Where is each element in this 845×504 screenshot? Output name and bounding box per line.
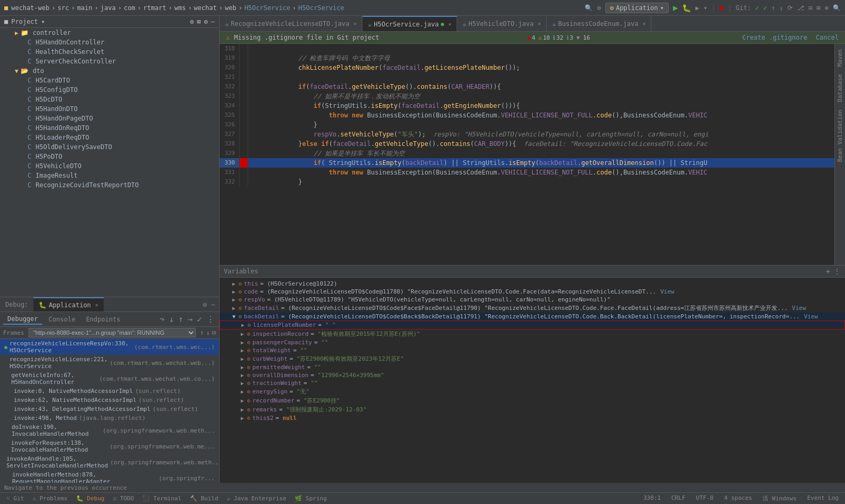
spring-status[interactable]: 🌿 Spring <box>293 495 329 502</box>
tree-item-h5handonpagedto[interactable]: C H5HandOnPageDTO <box>0 114 219 123</box>
tree-expand-icon[interactable]: ⊞ <box>197 18 201 25</box>
git-check-icon[interactable]: ✓ <box>755 4 759 12</box>
tree-item-h5handondto[interactable]: C H5HandOnDTO <box>0 104 219 114</box>
tree-item-h5handoncontroller[interactable]: C H5HandOnController <box>0 38 219 47</box>
view-link[interactable]: View <box>804 313 818 320</box>
git-history-icon[interactable]: ⟳ <box>787 4 793 12</box>
var-item-respvo[interactable]: ▶ ⊙ respVo = (H5VehicleDTO@11789) "H5Veh… <box>220 296 845 304</box>
tab-businesscodeenum[interactable]: ☕ BusinessCodeEnum.java ✕ <box>547 16 651 31</box>
tab-h5ocrservice[interactable]: ☕ H5OcrService.java ● ✕ <box>362 16 457 31</box>
var-item-this[interactable]: ▶ ⊙ this = (H5OcrService@10122) <box>220 280 845 288</box>
database-tab[interactable]: Database <box>835 71 844 105</box>
run-config-selector[interactable]: ⚙ Application ▾ <box>605 3 669 13</box>
var-item-recordnumber[interactable]: ▶ ⊙ recordNumber = "苏E2900挂" <box>220 396 845 405</box>
tree-gear-icon[interactable]: ⚙ <box>204 18 208 25</box>
var-item-licenseplate[interactable]: ▶ ⊙ licensePlateNumber = " " <box>220 320 845 329</box>
collapse-all-icon[interactable]: ⊟ <box>808 4 812 12</box>
event-log[interactable]: Event Log <box>805 494 841 502</box>
frame-item-9[interactable]: invokeAndHandle:105, ServletInvocableHan… <box>0 454 219 470</box>
thread-selector[interactable]: "http-nio-8080-exec-1"...n group "main":… <box>29 328 196 337</box>
close-tab-icon[interactable]: ✕ <box>538 21 541 26</box>
search-icon[interactable]: 🔍 <box>585 4 593 12</box>
var-item-remarks[interactable]: ▶ ⊙ remarks = "强制报废期止:2029-12-03" <box>220 405 845 414</box>
cursor-position[interactable]: 330:1 <box>641 494 663 502</box>
tree-item-h5handoonreqdto[interactable]: C H5HandOnReqDTO <box>0 123 219 133</box>
bottom-tab-debugger[interactable]: Debugger <box>3 314 42 325</box>
bean-validation-tab[interactable]: Bean Validation <box>835 106 844 165</box>
frame-item-3[interactable]: invoke:0, NativeMethodAccessorImpl (sun.… <box>0 387 219 396</box>
debug-settings-icon[interactable]: ⚙ <box>199 301 211 308</box>
tree-item-h5vehicledto[interactable]: C H5VehicleDTO <box>0 161 219 171</box>
tree-item-servercheckcontroller[interactable]: C ServerCheckController <box>0 57 219 66</box>
close-tab-icon[interactable]: ✕ <box>642 21 646 26</box>
tree-settings-icon[interactable]: ⚙ <box>190 18 194 25</box>
maven-tab[interactable]: Maven <box>835 46 844 70</box>
debug-app-tab[interactable]: 🐛 Application ✕ <box>33 297 104 311</box>
settings-icon[interactable]: ⚙ <box>597 4 601 12</box>
todo-status[interactable]: ☑ TODO <box>111 495 136 502</box>
indent[interactable]: 4 spaces <box>722 494 754 502</box>
frame-item-4[interactable]: invoke:62, NativeMethodAccessorImpl (sun… <box>0 396 219 405</box>
git-check2-icon[interactable]: ✓ <box>764 4 767 12</box>
remove-watch-icon[interactable]: ⋮ <box>833 267 841 276</box>
filter-icon[interactable]: ⊟ <box>212 329 216 336</box>
minimize-debug-icon[interactable]: — <box>211 301 219 308</box>
git-status[interactable]: ⑂ Git <box>4 495 26 502</box>
frame-item-11[interactable]: handleInternal:792, RequestMappingHandle… <box>0 486 219 492</box>
build-status[interactable]: 🔨 Build <box>188 495 221 502</box>
frame-item-0[interactable]: ● recognizeVehicleLicenseRespVo:330, H5O… <box>0 339 219 355</box>
var-item-backdetail[interactable]: ▼ ⊙ backDetail = (RecognizeVehicleLicens… <box>220 313 845 320</box>
debug-evaluate-icon[interactable]: ✓ <box>196 313 203 325</box>
debug-step-over-icon[interactable]: ↷ <box>159 313 166 325</box>
bottom-tab-console[interactable]: Console <box>44 315 80 324</box>
tree-item-healthcheckservlet[interactable]: C HealthCheckServlet <box>0 47 219 57</box>
debug-button[interactable]: 🐛 <box>682 4 691 12</box>
git-pull-icon[interactable]: ↓ <box>779 4 783 12</box>
cancel-link[interactable]: Cancel <box>816 34 839 41</box>
tree-item-h5podto[interactable]: C H5PoDTO <box>0 152 219 161</box>
search2-icon[interactable]: 🔍 <box>833 4 841 12</box>
var-item-facedetail[interactable]: ▶ ⊙ faceDetail = (RecognizeVehicleLicens… <box>220 304 845 313</box>
windows-activate[interactable]: 活 Windows <box>760 494 798 502</box>
var-item-tractionweight[interactable]: ▶ ⊙ tractionWeight = "" <box>220 379 845 387</box>
tree-item-h5olddeliverysavedto[interactable]: C H5OldDeliverySaveDTO <box>0 142 219 152</box>
tree-close-icon[interactable]: — <box>211 18 215 25</box>
close-tab-icon[interactable]: ✕ <box>353 21 357 26</box>
debug-status[interactable]: 🐛 Debug <box>74 495 107 502</box>
frame-item-7[interactable]: doInvoke:190, InvocableHandlerMethod (or… <box>0 423 219 438</box>
tree-item-dto[interactable]: ▼ 📂 dto <box>0 66 219 76</box>
create-gitignore-link[interactable]: Create .gitignore <box>742 34 807 41</box>
close-tab-icon[interactable]: ✕ <box>448 21 451 27</box>
tree-item-h5carddto[interactable]: C H5CardDTO <box>0 76 219 85</box>
tree-item-h5loaderreqdto[interactable]: C H5LoaderReqDTO <box>0 133 219 142</box>
more-run-options[interactable]: ▾ <box>704 4 707 12</box>
down-arrow-icon[interactable]: ↓ <box>206 329 210 336</box>
view-link[interactable]: View <box>792 305 806 311</box>
frame-item-2[interactable]: getVehicleInfo:67, H5HandOnController (c… <box>0 371 219 387</box>
frame-item-10[interactable]: invokeHandlerMethod:878, RequestMappingH… <box>0 470 219 486</box>
tree-item-h5configdto[interactable]: C H5ConfigDTO <box>0 85 219 95</box>
tree-item-controller[interactable]: ▶ 📁 controller <box>0 28 219 38</box>
var-item-curbweight[interactable]: ▶ ⊙ curbWeight = "苏E2900检验有效期至2023年12月苏E… <box>220 354 845 363</box>
line-ending[interactable]: CRLF <box>669 494 688 502</box>
var-item-permittedweight[interactable]: ▶ ⊙ permittedWeight = "" <box>220 363 845 371</box>
var-item-this2[interactable]: ▶ ⊙ this$2 = null <box>220 414 845 422</box>
frame-item-1[interactable]: recognizeVehicleLicense:221, H5OcrServic… <box>0 355 219 371</box>
tree-item-imageresult[interactable]: C ImageResult <box>0 171 219 180</box>
view-link[interactable]: View <box>660 288 675 295</box>
frame-item-6[interactable]: invoke:498, Method (java.lang.reflect) <box>0 414 219 423</box>
debug-more-icon[interactable]: ⋮ <box>205 313 216 325</box>
var-item-inspectionrecord[interactable]: ▶ ⊙ inspectionRecord = "检验有效期至2015年12月苏E… <box>220 329 845 338</box>
terminal-status[interactable]: ⬛ Terminal <box>140 495 184 502</box>
debug-step-into-icon[interactable]: ↓ <box>168 313 175 325</box>
add-watch-icon[interactable]: + <box>826 267 830 276</box>
git-branch-icon[interactable]: ⎇ <box>797 4 804 12</box>
close-debug-icon[interactable]: ✕ <box>95 302 98 308</box>
var-item-passengercapacity[interactable]: ▶ ⊙ passengerCapacity = "" <box>220 338 845 346</box>
debug-step-out-icon[interactable]: ↑ <box>177 313 185 325</box>
problems-status[interactable]: ⚠ Problems <box>31 495 70 502</box>
project-chevron[interactable]: ▾ <box>41 18 45 25</box>
var-item-code[interactable]: ▶ ⊙ code = (RecognizeVehicleLicenseDTO$C… <box>220 288 845 296</box>
run-coverage-button[interactable]: ▶ <box>695 4 699 12</box>
bottom-tab-endpoints[interactable]: Endpoints <box>81 315 124 324</box>
